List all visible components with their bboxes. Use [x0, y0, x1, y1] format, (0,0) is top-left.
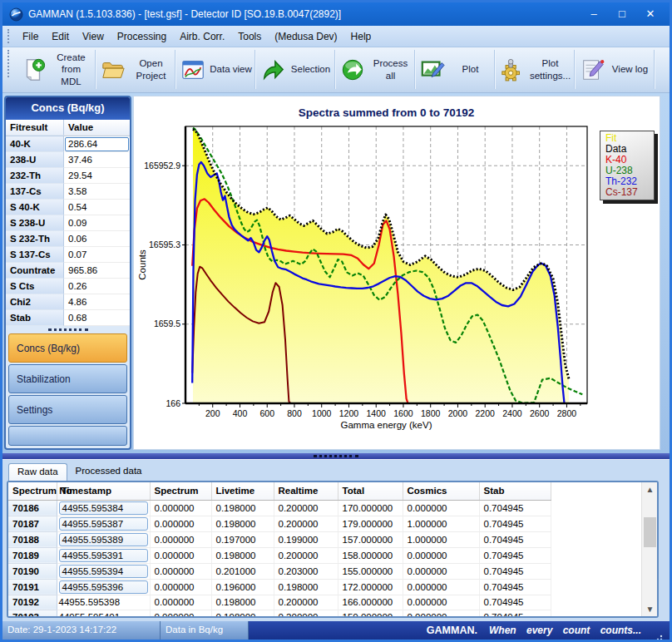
table-scrollbar[interactable]: ▲ ▼ — [641, 482, 657, 616]
fit-value[interactable]: 0.26 — [64, 279, 130, 294]
spectrum-no-cell[interactable]: 70193 — [8, 610, 57, 618]
table-row[interactable]: 7019044955.5953940.0000000.2010000.20300… — [8, 563, 551, 579]
data-grid-container: Spectrum NoTimestampSpectrumLivetimeReal… — [7, 481, 659, 618]
menu-item-tools[interactable]: Tools — [231, 27, 268, 46]
fit-value[interactable]: 37.46 — [64, 152, 130, 168]
nav-button-settings[interactable]: Settings — [8, 395, 127, 424]
data-cell: 0.704945 — [479, 531, 551, 547]
column-header-timestamp[interactable]: Timestamp — [57, 482, 150, 500]
timestamp-cell[interactable]: 44955.595391 — [57, 547, 150, 563]
toolbar-button-process-all[interactable]: Process all — [335, 50, 415, 89]
timestamp-box[interactable]: 44955.595387 — [59, 517, 148, 531]
column-header-cosmics[interactable]: Cosmics — [403, 482, 479, 500]
svg-text:1200: 1200 — [339, 408, 359, 418]
scroll-up-icon[interactable]: ▲ — [642, 482, 658, 496]
nav-button-blank[interactable] — [8, 426, 127, 446]
column-header-realtime[interactable]: Realtime — [274, 482, 338, 500]
results-nav: Concs (Bq/kg)StabilizationSettings — [6, 333, 130, 446]
app-icon — [9, 7, 23, 22]
menu-item-help[interactable]: Help — [344, 27, 378, 46]
fit-value[interactable]: 0.06 — [64, 231, 130, 247]
resize-grip-icon[interactable] — [655, 630, 663, 638]
view-log-icon — [580, 57, 605, 82]
fit-value[interactable]: 965.86 — [64, 263, 130, 279]
timestamp-cell[interactable]: 44955.595401 — [57, 610, 150, 618]
scroll-down-icon[interactable]: ▼ — [642, 602, 658, 616]
column-header-spectrum[interactable]: Spectrum — [150, 482, 211, 500]
maximize-button[interactable]: □ — [608, 3, 636, 25]
timestamp-cell[interactable]: 44955.595384 — [57, 500, 150, 516]
timestamp-cell[interactable]: 44955.595394 — [57, 563, 150, 579]
data-cell: 0.000000 — [403, 500, 479, 516]
table-row[interactable]: 7018744955.5953870.0000000.1980000.20000… — [8, 516, 551, 531]
menu-item-airb-corr[interactable]: Airb. Corr. — [173, 27, 231, 46]
menu-item-processing[interactable]: Processing — [111, 27, 173, 46]
horizontal-splitter[interactable] — [2, 453, 670, 460]
table-row[interactable]: 7019144955.5953960.0000000.1960000.19800… — [8, 579, 551, 595]
timestamp-box[interactable]: 44955.595389 — [59, 533, 148, 546]
spectrum-no-cell[interactable]: 70190 — [8, 563, 57, 579]
toolbar-grip[interactable] — [7, 50, 12, 77]
data-cell: 0.704945 — [479, 579, 551, 595]
fit-value[interactable]: 4.86 — [64, 294, 130, 310]
table-row[interactable]: 7018844955.5953890.0000000.1970000.19900… — [8, 531, 551, 547]
timestamp-box[interactable]: 44955.595391 — [59, 549, 148, 562]
toolbar-button-open-project[interactable]: Open Project — [96, 50, 175, 89]
column-header-total[interactable]: Total — [338, 482, 403, 500]
toolbar-button-view-log[interactable]: View log — [575, 50, 655, 89]
fit-value[interactable]: 29.54 — [64, 168, 130, 184]
menu-item-file[interactable]: File — [16, 27, 45, 46]
fit-value[interactable]: 3.58 — [64, 184, 130, 200]
fit-value[interactable]: 0.07 — [64, 247, 130, 263]
svg-text:400: 400 — [233, 408, 248, 418]
spectrum-no-cell[interactable]: 70189 — [8, 547, 57, 563]
close-button[interactable]: ✕ — [636, 3, 665, 25]
results-splitter[interactable] — [6, 326, 130, 333]
spectrum-no-cell[interactable]: 70186 — [8, 500, 57, 516]
fit-row-stab: Stab0.68 — [6, 310, 130, 326]
menu-item-medusa-dev[interactable]: (Medusa Dev) — [268, 27, 343, 46]
fit-value[interactable]: 286.64 — [64, 136, 130, 152]
timestamp-cell[interactable]: 44955.595396 — [57, 579, 150, 595]
table-row[interactable]: 7019344955.5954010.0000000.1980000.20000… — [8, 610, 551, 618]
spectrum-no-cell[interactable]: 70188 — [8, 531, 57, 547]
toolbar-button-plot-settings[interactable]: Plot settings... — [495, 50, 575, 89]
spectrum-no-cell[interactable]: 70192 — [8, 595, 57, 610]
menu-item-view[interactable]: View — [76, 27, 111, 46]
timestamp-cell[interactable]: 44955.595398 — [57, 595, 150, 610]
toolbar-button-create-from-mdl[interactable]: Create from MDL — [16, 50, 96, 89]
toolbar-button-label: Open Project — [129, 57, 173, 81]
fit-value[interactable]: 0.68 — [64, 310, 130, 326]
toolbar-button-selection[interactable]: Selection — [255, 50, 335, 89]
spectrum-no-cell[interactable]: 70187 — [8, 516, 57, 531]
column-header-spectrum-no[interactable]: Spectrum No — [8, 482, 57, 500]
table-row[interactable]: 7018644955.5953840.0000000.1980000.20000… — [8, 500, 551, 516]
data-cell: 0.203000 — [274, 563, 338, 579]
tab-raw-data[interactable]: Raw data — [8, 463, 67, 481]
column-header-livetime[interactable]: Livetime — [211, 482, 274, 500]
nav-button-stabilization[interactable]: Stabilization — [8, 364, 127, 393]
y-axis-label: Counts — [137, 249, 147, 280]
table-row[interactable]: 7018944955.5953910.0000000.1980000.20000… — [8, 547, 551, 563]
toolbar-button-data-view[interactable]: Data view — [175, 50, 255, 89]
status-date: Date: 29-1-2023 14:17:22 — [2, 621, 161, 640]
svg-text:1600: 1600 — [393, 408, 413, 418]
timestamp-cell[interactable]: 44955.595389 — [57, 531, 150, 547]
menubar-grip[interactable] — [7, 29, 12, 44]
timestamp-box[interactable]: 44955.595394 — [59, 565, 148, 578]
table-row[interactable]: 7019244955.5953980.0000000.1980000.20000… — [8, 595, 551, 610]
tab-processed-data[interactable]: Processed data — [67, 463, 151, 481]
nav-button-concs-bq-kg[interactable]: Concs (Bq/kg) — [8, 333, 127, 363]
fit-value[interactable]: 0.54 — [64, 200, 130, 215]
scrollbar-thumb[interactable] — [644, 517, 656, 547]
toolbar-button-plot[interactable]: Plot — [415, 50, 495, 89]
spectrum-no-cell[interactable]: 70191 — [8, 579, 57, 595]
data-cell: 0.000000 — [150, 595, 211, 610]
column-header-stab[interactable]: Stab — [479, 482, 551, 500]
menu-item-edit[interactable]: Edit — [45, 27, 76, 46]
timestamp-cell[interactable]: 44955.595387 — [57, 516, 150, 531]
timestamp-box[interactable]: 44955.595384 — [59, 501, 148, 515]
minimize-button[interactable]: – — [580, 3, 608, 25]
fit-value[interactable]: 0.09 — [64, 215, 130, 231]
timestamp-box[interactable]: 44955.595396 — [59, 580, 148, 594]
